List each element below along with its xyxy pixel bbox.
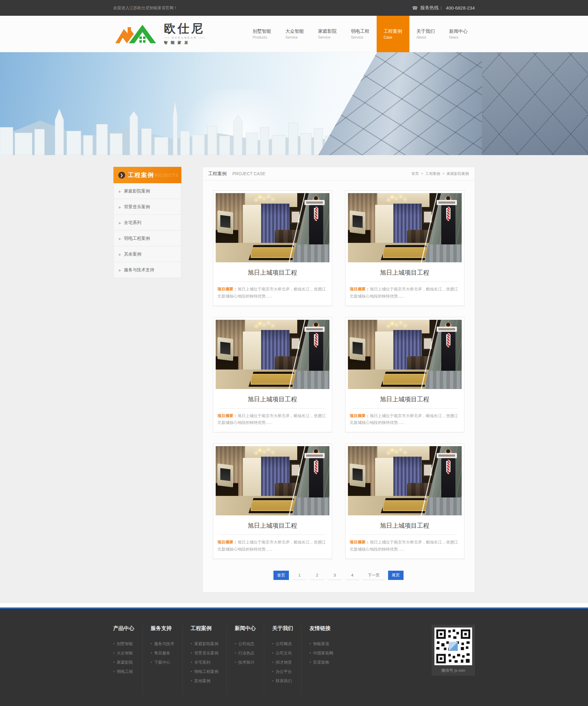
footer-column: 服务支持•服务与技术•售后服务•下载中心 bbox=[143, 625, 183, 696]
card-summary: 项目摘要：旭日上城位于南京市大桥北岸，毗临长江，坐拥江北新城核心地段的独特优势.… bbox=[348, 408, 462, 432]
footer-link[interactable]: •公司概况 bbox=[272, 639, 293, 649]
footer-link[interactable]: •百度装饰 bbox=[310, 658, 334, 667]
card-title[interactable]: 旭日上城项目工程 bbox=[216, 521, 329, 530]
pagination: 首页 1 2 3 4 下一页 尾页 bbox=[203, 571, 475, 580]
footer-link[interactable]: •联系我们 bbox=[272, 676, 293, 685]
footer-link[interactable]: •其他案例 bbox=[191, 676, 219, 685]
project-card: 旭日上城项目工程 项目摘要：旭日上城位于南京市大桥北岸，毗临长江，坐拥江北新城核… bbox=[213, 443, 332, 559]
footer-link[interactable]: •弱电工程案例 bbox=[191, 667, 219, 676]
footer-link[interactable]: •别墅智能 bbox=[113, 639, 134, 649]
bullet-icon: • bbox=[191, 651, 192, 655]
footer-link[interactable]: •服务与技术 bbox=[151, 639, 174, 649]
content-panel: 工程案例 PROJECT CASE 首页 > 工程案例 > 家庭影院案例 bbox=[202, 167, 475, 593]
site-header: 欧仕尼 OCEANEAR 智能家居 别墅智能 Products 大众智能 Ser… bbox=[0, 16, 588, 52]
page-last-button[interactable]: 尾页 bbox=[388, 571, 403, 580]
bullet-icon: • bbox=[113, 651, 115, 655]
site-footer: 产品中心•别墅智能•大众智能•家庭影院•弱电工程服务支持•服务与技术•售后服务•… bbox=[0, 609, 588, 706]
sidebar-item-weak-current[interactable]: ▶弱电工程案例 bbox=[114, 231, 181, 246]
phone-icon: ☎ bbox=[412, 5, 418, 11]
bullet-icon: • bbox=[235, 651, 236, 655]
logo-tagline: 智能家居 bbox=[164, 40, 205, 45]
project-photo[interactable] bbox=[348, 320, 462, 389]
hero-banner bbox=[0, 52, 588, 155]
footer-link[interactable]: •中国家装网 bbox=[310, 649, 334, 658]
card-title[interactable]: 旭日上城项目工程 bbox=[216, 269, 329, 277]
footer-link[interactable]: •大众智能 bbox=[113, 649, 134, 658]
photo-watermark-tag bbox=[437, 200, 457, 205]
nav-item-news[interactable]: 新闻中心 News bbox=[442, 16, 475, 52]
project-photo[interactable] bbox=[348, 446, 462, 515]
card-summary: 项目摘要：旭日上城位于南京市大桥北岸，毗临长江，坐拥江北新城核心地段的独特优势.… bbox=[216, 282, 329, 306]
nav-item-products[interactable]: 别墅智能 Products bbox=[246, 16, 278, 52]
nav-item-home-theater[interactable]: 家庭影院 Service bbox=[311, 16, 344, 52]
sidebar-item-other-cases[interactable]: ▶其余案例 bbox=[114, 246, 181, 262]
project-photo[interactable] bbox=[216, 193, 329, 262]
project-photo[interactable] bbox=[216, 446, 329, 515]
footer-link[interactable]: •下载中心 bbox=[151, 658, 174, 667]
bullet-icon: • bbox=[310, 641, 311, 646]
footer-link[interactable]: •技术探讨 bbox=[235, 658, 256, 667]
logo-name: 欧仕尼 bbox=[164, 23, 205, 34]
footer-link[interactable]: •家庭影院 bbox=[113, 658, 134, 667]
footer-link[interactable]: •背景音乐案例 bbox=[191, 649, 219, 658]
page-3-button[interactable]: 3 bbox=[327, 571, 342, 580]
page-first-button[interactable]: 首页 bbox=[273, 571, 289, 580]
footer-link[interactable]: •公司文化 bbox=[272, 649, 293, 658]
sidebar-item-whole-house[interactable]: ▶全宅系列 bbox=[114, 215, 181, 231]
page-2-button[interactable]: 2 bbox=[310, 571, 324, 580]
businessman-figure bbox=[309, 330, 323, 377]
page-4-button[interactable]: 4 bbox=[345, 571, 359, 580]
bullet-icon: • bbox=[151, 660, 152, 665]
card-title[interactable]: 旭日上城项目工程 bbox=[348, 269, 462, 277]
triangle-icon: ▶ bbox=[119, 237, 121, 240]
card-title[interactable]: 旭日上城项目工程 bbox=[216, 395, 329, 403]
sidebar-title: 工程案例 bbox=[128, 171, 154, 179]
footer-column: 工程案例•家庭影院案例•背景音乐案例•全宅系列•弱电工程案例•其他案例 bbox=[182, 625, 227, 696]
welcome-text: 欢迎进入江苏欧仕尼智能家居官网！ bbox=[113, 5, 178, 11]
bullet-icon: • bbox=[151, 651, 152, 655]
footer-link[interactable]: •智能家居 bbox=[310, 639, 334, 649]
card-summary-label: 项目摘要： bbox=[218, 414, 238, 418]
footer-columns: 产品中心•别墅智能•大众智能•家庭影院•弱电工程服务支持•服务与技术•售后服务•… bbox=[113, 625, 422, 696]
service-hotline: ☎ 服务热线： 400-6828-234 bbox=[412, 5, 475, 11]
project-photo[interactable] bbox=[348, 193, 462, 262]
footer-column-title: 产品中心 bbox=[113, 625, 134, 632]
nav-item-about[interactable]: 关于我们 About bbox=[409, 16, 442, 52]
nav-item-mass-smart[interactable]: 大众智能 Service bbox=[278, 16, 311, 52]
footer-link[interactable]: •售后服务 bbox=[151, 649, 174, 658]
nav-item-case-active[interactable]: 工程案例 Case bbox=[377, 16, 409, 52]
bullet-icon: • bbox=[310, 660, 311, 665]
footer-link[interactable]: •家庭影院案例 bbox=[191, 639, 219, 649]
logo-en-name: OCEANEAR bbox=[171, 36, 197, 39]
project-card: 旭日上城项目工程 项目摘要：旭日上城位于南京市大桥北岸，毗临长江，坐拥江北新城核… bbox=[213, 317, 332, 433]
qr-code-image bbox=[434, 628, 472, 665]
bullet-icon: • bbox=[272, 678, 274, 683]
page-1-button[interactable]: 1 bbox=[292, 571, 307, 580]
footer-link[interactable]: •办公平台 bbox=[272, 667, 293, 676]
pre-footer-strip bbox=[0, 603, 588, 607]
sidebar-item-background-music[interactable]: ▶背景音乐案例 bbox=[114, 199, 181, 215]
photo-watermark-tag bbox=[304, 453, 325, 458]
footer-link[interactable]: •公司动态 bbox=[235, 639, 256, 649]
card-title[interactable]: 旭日上城项目工程 bbox=[348, 521, 462, 530]
card-summary-label: 项目摘要： bbox=[350, 287, 370, 291]
nav-item-weak-current[interactable]: 弱电工程 Service bbox=[344, 16, 377, 52]
footer-link[interactable]: •行业热点 bbox=[235, 649, 256, 658]
breadcrumb-home[interactable]: 首页 bbox=[411, 171, 419, 176]
footer-link[interactable]: •招才纳贤 bbox=[272, 658, 293, 667]
project-card: 旭日上城项目工程 项目摘要：旭日上城位于南京市大桥北岸，毗临长江，坐拥江北新城核… bbox=[345, 443, 464, 559]
main-nav: 别墅智能 Products 大众智能 Service 家庭影院 Service … bbox=[246, 16, 475, 52]
page-next-button[interactable]: 下一页 bbox=[363, 571, 385, 580]
footer-column-title: 关于我们 bbox=[272, 625, 293, 632]
businessman-figure bbox=[309, 457, 323, 504]
footer-link[interactable]: •弱电工程 bbox=[113, 667, 134, 676]
breadcrumb-case[interactable]: 工程案例 bbox=[425, 171, 440, 176]
footer-link[interactable]: •全宅系列 bbox=[191, 658, 219, 667]
sidebar-item-service-support[interactable]: ▶服务与技术支持 bbox=[114, 262, 181, 278]
sidebar-item-home-theater[interactable]: ▶家庭影院案例 bbox=[114, 183, 181, 199]
bullet-icon: • bbox=[272, 660, 274, 665]
project-photo[interactable] bbox=[216, 320, 329, 389]
card-title[interactable]: 旭日上城项目工程 bbox=[348, 395, 462, 403]
logo[interactable]: 欧仕尼 OCEANEAR 智能家居 bbox=[113, 21, 205, 47]
businessman-figure bbox=[309, 204, 323, 250]
